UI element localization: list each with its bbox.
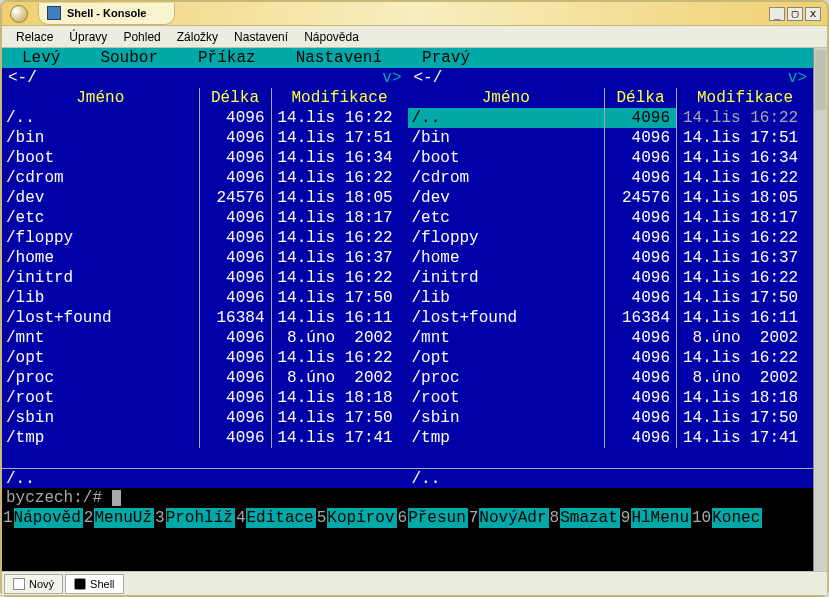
col-time: Modifikace [272,88,408,108]
file-row[interactable]: /dev2457614.lis 18:05 [2,188,408,208]
new-session-button[interactable]: Nový [4,574,63,594]
menu-napoveda[interactable]: Nápověda [298,28,365,46]
fkey-7[interactable]: 7NovýAdr [468,508,549,528]
maximize-button[interactable]: ▢ [787,7,803,21]
right-panel-header: Jméno Délka Modifikace [408,88,814,108]
file-row[interactable]: /initrd409614.lis 16:22 [2,268,408,288]
right-panel-footer: /.. [408,468,814,488]
file-row[interactable]: /etc409614.lis 18:17 [408,208,814,228]
fkey-6[interactable]: 6Přesun [397,508,468,528]
file-row[interactable]: /lost+found1638414.lis 16:11 [2,308,408,328]
file-row[interactable]: /sbin409614.lis 17:50 [408,408,814,428]
file-row[interactable]: /tmp409614.lis 17:41 [408,428,814,448]
app-menubar: Relace Úpravy Pohled Záložky Nastavení N… [2,26,827,48]
fkey-3[interactable]: 3Prohlíž [154,508,235,528]
file-row[interactable]: /initrd409614.lis 16:22 [408,268,814,288]
file-row[interactable]: /lib409614.lis 17:50 [2,288,408,308]
mc-panels: <-/ v> Jméno Délka Modifikace /..409614.… [2,68,813,488]
file-row[interactable]: /..409614.lis 16:22 [408,108,814,128]
session-tabbar: Nový Shell [2,571,827,595]
file-row[interactable]: /..409614.lis 16:22 [2,108,408,128]
menu-pohled[interactable]: Pohled [117,28,166,46]
fkey-5[interactable]: 5Kopírov [316,508,397,528]
left-panel-header: Jméno Délka Modifikace [2,88,408,108]
file-row[interactable]: /cdrom409614.lis 16:22 [408,168,814,188]
left-panel-footer: /.. [2,468,408,488]
left-panel-path: <-/ v> [2,68,408,88]
fkey-1[interactable]: 1Nápověd [2,508,83,528]
fkey-8[interactable]: 8Smazat [549,508,620,528]
col-name: Jméno [2,88,200,108]
left-rows: /..409614.lis 16:22/bin409614.lis 17:51/… [2,108,408,462]
close-button[interactable]: x [805,7,821,21]
file-row[interactable]: /etc409614.lis 18:17 [2,208,408,228]
right-panel-path: <-/ v> [408,68,814,88]
right-rows: /..409614.lis 16:22/bin409614.lis 17:51/… [408,108,814,462]
fkey-4[interactable]: 4Editace [235,508,316,528]
file-row[interactable]: /proc4096 8.úno 2002 [408,368,814,388]
file-row[interactable]: /root409614.lis 18:18 [2,388,408,408]
new-tab-icon [13,578,25,590]
file-row[interactable]: /lib409614.lis 17:50 [408,288,814,308]
menu-nastaveni[interactable]: Nastavení [228,28,294,46]
file-row[interactable]: /bin409614.lis 17:51 [408,128,814,148]
fkey-2[interactable]: 2MenuUž [83,508,154,528]
mc-menubar: Levý Soubor Příkaz Nastavení Pravý [2,48,813,68]
menu-zalozky[interactable]: Záložky [171,28,224,46]
file-row[interactable]: /lost+found1638414.lis 16:11 [408,308,814,328]
file-row[interactable]: /sbin409614.lis 17:50 [2,408,408,428]
menu-relace[interactable]: Relace [10,28,59,46]
file-row[interactable]: /root409614.lis 18:18 [408,388,814,408]
mc-menu-pravy[interactable]: Pravý [402,48,490,68]
file-row[interactable]: /cdrom409614.lis 16:22 [2,168,408,188]
file-row[interactable]: /mnt4096 8.úno 2002 [408,328,814,348]
menu-upravy[interactable]: Úpravy [63,28,113,46]
mc-menu-nastaveni[interactable]: Nastavení [276,48,402,68]
titlebar[interactable]: Shell - Konsole _ ▢ x [2,2,827,26]
tab-shell[interactable]: Shell [65,574,123,594]
window-title: Shell - Konsole [67,7,146,19]
mc-menu-levy[interactable]: Levý [2,48,80,68]
file-row[interactable]: /mnt4096 8.úno 2002 [2,328,408,348]
fkey-9[interactable]: 9HlMenu [620,508,691,528]
file-row[interactable]: /floppy409614.lis 16:22 [2,228,408,248]
file-row[interactable]: /floppy409614.lis 16:22 [408,228,814,248]
col-size: Délka [200,88,272,108]
terminal-area[interactable]: Levý Soubor Příkaz Nastavení Pravý <-/ v… [2,48,827,571]
mc-menu-soubor[interactable]: Soubor [80,48,178,68]
shell-prompt[interactable]: byczech:/# [2,488,813,508]
konsole-window: Shell - Konsole _ ▢ x Relace Úpravy Pohl… [0,0,829,597]
file-row[interactable]: /home409614.lis 16:37 [2,248,408,268]
function-keys: 1Nápověd2MenuUž 3Prohlíž4Editace5Kopírov… [2,508,813,528]
col-name: Jméno [408,88,606,108]
file-row[interactable]: /boot409614.lis 16:34 [2,148,408,168]
terminal-scrollbar[interactable] [813,48,827,571]
left-panel[interactable]: <-/ v> Jméno Délka Modifikace /..409614.… [2,68,408,488]
fkey-10[interactable]: 10Konec [691,508,762,528]
title-tab: Shell - Konsole [38,3,175,25]
file-row[interactable]: /opt409614.lis 16:22 [408,348,814,368]
right-panel[interactable]: <-/ v> Jméno Délka Modifikace /..409614.… [408,68,814,488]
file-row[interactable]: /dev2457614.lis 18:05 [408,188,814,208]
file-row[interactable]: /proc4096 8.úno 2002 [2,368,408,388]
file-row[interactable]: /bin409614.lis 17:51 [2,128,408,148]
col-size: Délka [605,88,677,108]
file-row[interactable]: /home409614.lis 16:37 [408,248,814,268]
file-row[interactable]: /tmp409614.lis 17:41 [2,428,408,448]
cursor-icon [112,490,121,506]
file-row[interactable]: /opt409614.lis 16:22 [2,348,408,368]
mc-menu-prikaz[interactable]: Příkaz [178,48,276,68]
konsole-icon [47,6,61,20]
col-time: Modifikace [677,88,813,108]
shell-tab-icon [74,578,86,590]
window-menu-icon[interactable] [10,5,28,23]
minimize-button[interactable]: _ [769,7,785,21]
file-row[interactable]: /boot409614.lis 16:34 [408,148,814,168]
